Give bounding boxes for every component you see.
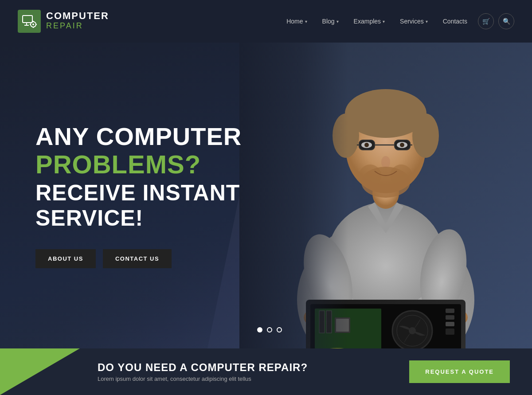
site-header: COMPUTER REPAIR Home ▾ Blog ▾ Examples ▾…: [0, 0, 532, 43]
svg-rect-48: [446, 329, 454, 335]
contact-us-button[interactable]: CONTACT US: [103, 249, 172, 268]
chevron-down-icon: ▾: [336, 19, 339, 24]
bottom-cta-section: DO YOU NEED A COMPUTER REPAIR? Lorem ips…: [0, 348, 532, 395]
hero-headline-1: ANY COMPUTER: [35, 123, 266, 150]
hero-buttons: ABOUT US CONTACT US: [35, 249, 266, 268]
about-us-button[interactable]: ABOUT US: [35, 249, 96, 268]
svg-rect-0: [23, 16, 32, 23]
hero-headline-3: RECEIVE INSTANT SERVICE!: [35, 180, 266, 231]
logo-icon: [18, 10, 41, 33]
slider-dot-1[interactable]: [257, 327, 262, 332]
svg-point-26: [400, 143, 404, 147]
cart-button[interactable]: 🛒: [478, 13, 494, 29]
nav-examples[interactable]: Examples ▾: [348, 14, 391, 28]
slider-dot-3[interactable]: [277, 327, 282, 332]
search-icon: 🔍: [503, 18, 510, 25]
bottom-title-bold: YOU NEED A COMPUTER REPAIR?: [117, 361, 308, 373]
chevron-down-icon: ▾: [305, 19, 307, 24]
hero-content: ANY COMPUTER PROBLEMS? RECEIVE INSTANT S…: [0, 43, 301, 348]
nav-services[interactable]: Services ▾: [394, 14, 434, 28]
bottom-subtitle: Lorem ipsum dolor sit amet, consectetur …: [98, 375, 308, 382]
logo-text: COMPUTER REPAIR: [46, 11, 109, 31]
green-triangle-decoration: [0, 348, 80, 395]
svg-rect-45: [446, 309, 454, 313]
logo-computer: COMPUTER: [46, 11, 109, 21]
nav-contacts[interactable]: Contacts: [437, 14, 473, 28]
nav-home[interactable]: Home ▾: [280, 14, 313, 28]
logo[interactable]: COMPUTER REPAIR: [18, 10, 109, 33]
hero-section: ANY COMPUTER PROBLEMS? RECEIVE INSTANT S…: [0, 43, 532, 348]
logo-svg: [21, 13, 38, 30]
svg-rect-46: [446, 315, 454, 320]
svg-rect-47: [446, 322, 454, 326]
slider-dot-2[interactable]: [267, 327, 272, 332]
bottom-title: DO YOU NEED A COMPUTER REPAIR?: [98, 361, 308, 374]
slider-dots: [257, 327, 282, 332]
hero-headline-2: PROBLEMS?: [35, 150, 266, 179]
chevron-down-icon: ▾: [383, 19, 385, 24]
svg-point-4: [32, 23, 34, 25]
bottom-title-prefix: DO: [98, 361, 117, 373]
cart-icon: 🛒: [482, 18, 490, 25]
search-button[interactable]: 🔍: [498, 13, 514, 29]
request-quote-button[interactable]: REQUEST A QUOTE: [409, 360, 510, 383]
nav-blog[interactable]: Blog ▾: [316, 14, 345, 28]
chevron-down-icon: ▾: [426, 19, 428, 24]
main-nav: Home ▾ Blog ▾ Examples ▾ Services ▾ Cont…: [280, 13, 514, 29]
svg-point-17: [412, 113, 439, 158]
logo-repair: REPAIR: [46, 21, 109, 31]
